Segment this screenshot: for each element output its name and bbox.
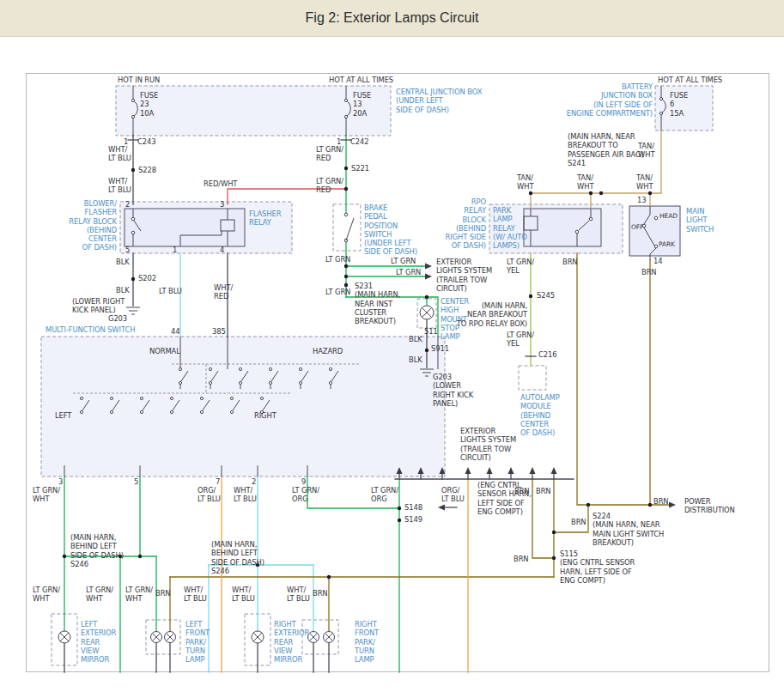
right-mirror-bulb: [252, 631, 264, 643]
multi-function-switch-outline: [41, 337, 445, 477]
battery-junction-box-outline: [655, 86, 713, 131]
left-mirror-bulb: [58, 631, 70, 643]
brake-switch-internals: [344, 213, 354, 242]
page: Fig 2: Exterior Lamps Circuit: [0, 0, 784, 692]
wiring-diagram-svg: [0, 0, 784, 692]
park-lamp-relay-box: [524, 209, 601, 246]
wires-tan: [531, 131, 661, 209]
flasher-relay-box: [125, 209, 245, 246]
left-front-lamp-bulbs: [151, 632, 176, 643]
main-light-switch-box: [629, 206, 680, 256]
component-outlines: [41, 86, 713, 665]
right-front-lamp-bulbs: [308, 632, 335, 643]
central-junction-box-outline: [116, 86, 391, 136]
brake-pedal-position-switch-outline: [333, 204, 361, 251]
autolamp-module-outline: [519, 366, 546, 390]
center-high-mount-stop-lamp-bulb: [420, 306, 434, 319]
ground-g203-left: [126, 307, 140, 314]
